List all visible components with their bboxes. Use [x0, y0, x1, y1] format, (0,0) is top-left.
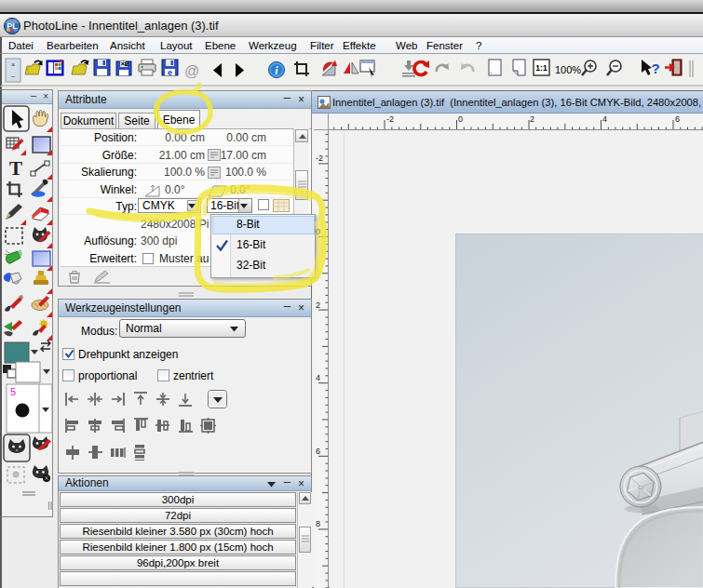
- svg-text:6: 6: [316, 447, 320, 456]
- svg-text:-2: -2: [386, 114, 394, 124]
- svg-text:×2: ×2: [120, 60, 129, 68]
- svg-text:8: 8: [316, 519, 320, 528]
- svg-text:0: 0: [316, 227, 320, 236]
- svg-text:?: ?: [651, 60, 659, 76]
- svg-text:e: e: [168, 68, 172, 77]
- svg-text:5: 5: [10, 386, 16, 397]
- svg-text:100%: 100%: [555, 64, 581, 75]
- svg-text:@: @: [184, 63, 199, 79]
- svg-text:0: 0: [458, 114, 463, 124]
- svg-text:2: 2: [316, 301, 320, 310]
- svg-text:×: ×: [11, 60, 16, 69]
- svg-text:2: 2: [530, 114, 534, 124]
- svg-text:–: –: [11, 72, 16, 80]
- svg-text:PL: PL: [7, 21, 18, 31]
- svg-text:6: 6: [675, 114, 680, 124]
- svg-text:4: 4: [316, 373, 320, 382]
- svg-text:4: 4: [602, 114, 607, 124]
- svg-text:1:1: 1:1: [535, 63, 548, 73]
- svg-text:T: T: [9, 157, 22, 180]
- svg-text:-2: -2: [316, 154, 323, 163]
